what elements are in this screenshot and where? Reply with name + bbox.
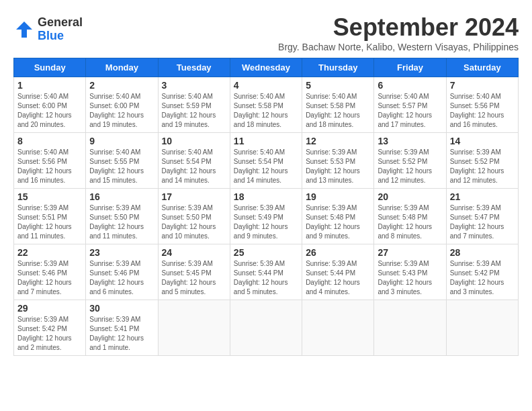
day-number: 20 <box>378 191 442 202</box>
svg-marker-0 <box>16 21 32 38</box>
day-number: 27 <box>378 247 442 258</box>
day-info: Sunrise: 5:40 AM Sunset: 5:55 PM Dayligh… <box>89 148 154 185</box>
day-number: 24 <box>162 247 226 258</box>
calendar-cell: 16 Sunrise: 5:39 AM Sunset: 5:50 PM Dayl… <box>86 189 158 244</box>
calendar-cell: 19 Sunrise: 5:39 AM Sunset: 5:48 PM Dayl… <box>302 189 374 244</box>
header-tuesday: Tuesday <box>158 58 230 77</box>
day-info: Sunrise: 5:40 AM Sunset: 6:00 PM Dayligh… <box>89 92 154 130</box>
day-info: Sunrise: 5:39 AM Sunset: 5:50 PM Dayligh… <box>162 203 226 241</box>
calendar-cell: 21 Sunrise: 5:39 AM Sunset: 5:47 PM Dayl… <box>446 189 518 244</box>
month-title: September 2024 <box>278 13 519 42</box>
day-number: 26 <box>306 247 370 258</box>
day-info: Sunrise: 5:39 AM Sunset: 5:41 PM Dayligh… <box>89 315 154 353</box>
calendar-week-2: 8 Sunrise: 5:40 AM Sunset: 5:56 PM Dayli… <box>14 133 519 189</box>
day-info: Sunrise: 5:40 AM Sunset: 5:54 PM Dayligh… <box>234 148 298 185</box>
calendar-cell: 25 Sunrise: 5:39 AM Sunset: 5:44 PM Dayl… <box>230 244 302 300</box>
calendar-cell: 23 Sunrise: 5:39 AM Sunset: 5:46 PM Dayl… <box>86 244 158 300</box>
calendar-cell <box>374 300 446 356</box>
day-info: Sunrise: 5:39 AM Sunset: 5:51 PM Dayligh… <box>17 203 82 241</box>
day-number: 19 <box>306 191 370 202</box>
day-number: 6 <box>378 80 442 91</box>
calendar-cell: 30 Sunrise: 5:39 AM Sunset: 5:41 PM Dayl… <box>86 300 158 356</box>
day-number: 9 <box>89 136 154 146</box>
day-number: 29 <box>17 303 82 314</box>
calendar-cell: 26 Sunrise: 5:39 AM Sunset: 5:44 PM Dayl… <box>302 244 374 300</box>
calendar-cell: 24 Sunrise: 5:39 AM Sunset: 5:45 PM Dayl… <box>158 244 230 300</box>
day-info: Sunrise: 5:40 AM Sunset: 5:56 PM Dayligh… <box>450 92 515 130</box>
calendar-cell: 5 Sunrise: 5:40 AM Sunset: 5:58 PM Dayli… <box>302 77 374 133</box>
day-info: Sunrise: 5:40 AM Sunset: 5:59 PM Dayligh… <box>162 92 226 130</box>
day-number: 18 <box>234 191 298 202</box>
day-number: 1 <box>17 80 82 91</box>
day-number: 21 <box>450 191 515 202</box>
calendar-cell: 18 Sunrise: 5:39 AM Sunset: 5:49 PM Dayl… <box>230 189 302 244</box>
calendar-cell: 8 Sunrise: 5:40 AM Sunset: 5:56 PM Dayli… <box>14 133 86 189</box>
calendar-cell: 6 Sunrise: 5:40 AM Sunset: 5:57 PM Dayli… <box>374 77 446 133</box>
calendar-week-5: 29 Sunrise: 5:39 AM Sunset: 5:42 PM Dayl… <box>14 300 519 356</box>
day-number: 30 <box>89 303 154 314</box>
logo-icon <box>13 19 35 40</box>
calendar-week-1: 1 Sunrise: 5:40 AM Sunset: 6:00 PM Dayli… <box>14 77 519 133</box>
day-number: 12 <box>306 136 370 146</box>
day-info: Sunrise: 5:39 AM Sunset: 5:48 PM Dayligh… <box>378 203 442 241</box>
day-number: 15 <box>17 191 82 202</box>
day-number: 7 <box>450 80 515 91</box>
day-info: Sunrise: 5:40 AM Sunset: 5:56 PM Dayligh… <box>17 148 82 185</box>
day-info: Sunrise: 5:39 AM Sunset: 5:46 PM Dayligh… <box>17 259 82 297</box>
day-number: 22 <box>17 247 82 258</box>
calendar-cell <box>158 300 230 356</box>
day-info: Sunrise: 5:40 AM Sunset: 5:54 PM Dayligh… <box>162 148 226 185</box>
day-number: 3 <box>162 80 226 91</box>
day-info: Sunrise: 5:39 AM Sunset: 5:44 PM Dayligh… <box>306 259 370 297</box>
calendar-cell: 12 Sunrise: 5:39 AM Sunset: 5:53 PM Dayl… <box>302 133 374 189</box>
calendar: SundayMondayTuesdayWednesdayThursdayFrid… <box>13 58 519 356</box>
calendar-cell: 20 Sunrise: 5:39 AM Sunset: 5:48 PM Dayl… <box>374 189 446 244</box>
day-number: 28 <box>450 247 515 258</box>
calendar-cell: 27 Sunrise: 5:39 AM Sunset: 5:43 PM Dayl… <box>374 244 446 300</box>
calendar-cell <box>446 300 518 356</box>
logo: General Blue <box>13 16 83 43</box>
day-info: Sunrise: 5:39 AM Sunset: 5:43 PM Dayligh… <box>378 259 442 297</box>
day-number: 4 <box>234 80 298 91</box>
calendar-cell: 13 Sunrise: 5:39 AM Sunset: 5:52 PM Dayl… <box>374 133 446 189</box>
logo-blue: Blue <box>38 30 83 43</box>
calendar-cell: 3 Sunrise: 5:40 AM Sunset: 5:59 PM Dayli… <box>158 77 230 133</box>
day-number: 11 <box>234 136 298 146</box>
header-sunday: Sunday <box>14 58 86 77</box>
day-info: Sunrise: 5:40 AM Sunset: 5:57 PM Dayligh… <box>378 92 442 130</box>
day-number: 5 <box>306 80 370 91</box>
day-number: 10 <box>162 136 226 146</box>
day-number: 25 <box>234 247 298 258</box>
calendar-cell: 14 Sunrise: 5:39 AM Sunset: 5:52 PM Dayl… <box>446 133 518 189</box>
calendar-cell: 2 Sunrise: 5:40 AM Sunset: 6:00 PM Dayli… <box>86 77 158 133</box>
calendar-cell <box>302 300 374 356</box>
day-info: Sunrise: 5:39 AM Sunset: 5:42 PM Dayligh… <box>17 315 82 353</box>
day-info: Sunrise: 5:40 AM Sunset: 5:58 PM Dayligh… <box>306 92 370 130</box>
day-info: Sunrise: 5:39 AM Sunset: 5:45 PM Dayligh… <box>162 259 226 297</box>
subtitle: Brgy. Bachaw Norte, Kalibo, Western Visa… <box>278 42 519 52</box>
day-info: Sunrise: 5:39 AM Sunset: 5:42 PM Dayligh… <box>450 259 515 297</box>
day-number: 2 <box>89 80 154 91</box>
header-monday: Monday <box>86 58 158 77</box>
day-info: Sunrise: 5:39 AM Sunset: 5:52 PM Dayligh… <box>378 148 442 185</box>
header-wednesday: Wednesday <box>230 58 302 77</box>
day-info: Sunrise: 5:39 AM Sunset: 5:48 PM Dayligh… <box>306 203 370 241</box>
day-info: Sunrise: 5:40 AM Sunset: 5:58 PM Dayligh… <box>234 92 298 130</box>
logo-text: General Blue <box>38 16 83 43</box>
day-info: Sunrise: 5:39 AM Sunset: 5:44 PM Dayligh… <box>234 259 298 297</box>
title-area: September 2024 Brgy. Bachaw Norte, Kalib… <box>278 13 519 52</box>
header-friday: Friday <box>374 58 446 77</box>
calendar-cell: 7 Sunrise: 5:40 AM Sunset: 5:56 PM Dayli… <box>446 77 518 133</box>
day-info: Sunrise: 5:39 AM Sunset: 5:52 PM Dayligh… <box>450 148 515 185</box>
calendar-cell: 15 Sunrise: 5:39 AM Sunset: 5:51 PM Dayl… <box>14 189 86 244</box>
header-saturday: Saturday <box>446 58 518 77</box>
day-info: Sunrise: 5:39 AM Sunset: 5:46 PM Dayligh… <box>89 259 154 297</box>
header-thursday: Thursday <box>302 58 374 77</box>
day-number: 13 <box>378 136 442 146</box>
calendar-header-row: SundayMondayTuesdayWednesdayThursdayFrid… <box>14 58 519 77</box>
calendar-cell: 4 Sunrise: 5:40 AM Sunset: 5:58 PM Dayli… <box>230 77 302 133</box>
calendar-cell: 9 Sunrise: 5:40 AM Sunset: 5:55 PM Dayli… <box>86 133 158 189</box>
calendar-cell: 11 Sunrise: 5:40 AM Sunset: 5:54 PM Dayl… <box>230 133 302 189</box>
day-info: Sunrise: 5:39 AM Sunset: 5:49 PM Dayligh… <box>234 203 298 241</box>
day-number: 14 <box>450 136 515 146</box>
